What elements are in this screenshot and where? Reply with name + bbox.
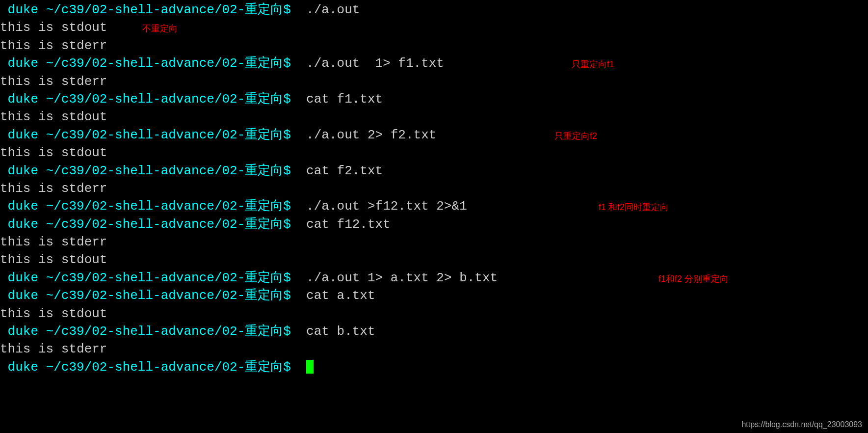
- output-text: this is stdout: [0, 252, 107, 267]
- output-line: this is stderr: [0, 37, 868, 54]
- prompt-path: ~/c39/02-shell-advance/02-重定向: [46, 271, 284, 285]
- watermark: https://blog.csdn.net/qq_23003093: [741, 419, 862, 430]
- command-text: ./a.out 1> f1.txt: [299, 56, 444, 71]
- command-line: duke ~/c39/02-shell-advance/02-重定向$ ./a.…: [0, 126, 868, 144]
- prompt-user: duke: [0, 360, 46, 375]
- prompt-dollar: $: [283, 92, 298, 107]
- prompt-path: ~/c39/02-shell-advance/02-重定向: [46, 2, 284, 17]
- command-text: ./a.out >f12.txt 2>&1: [299, 199, 467, 214]
- command-text: cat b.txt: [299, 324, 375, 339]
- output-line: this is stderr: [0, 340, 868, 358]
- annotation-label: f1 和f2同时重定向: [599, 201, 669, 214]
- annotation-label: 只重定向f1: [572, 58, 614, 71]
- prompt-path: ~/c39/02-shell-advance/02-重定向: [46, 163, 284, 178]
- prompt-user: duke: [0, 324, 46, 339]
- output-line: this is stderr: [0, 233, 868, 251]
- prompt-dollar: $: [283, 324, 298, 339]
- command-line: duke ~/c39/02-shell-advance/02-重定向$ cat …: [0, 90, 868, 108]
- prompt-dollar: $: [283, 2, 298, 17]
- prompt-path: ~/c39/02-shell-advance/02-重定向: [46, 128, 284, 142]
- output-text: this is stderr: [0, 235, 107, 249]
- prompt-user: duke: [0, 163, 46, 178]
- output-line: this is stderr: [0, 180, 868, 197]
- prompt-dollar: $: [283, 360, 298, 375]
- output-line: this is stdout: [0, 251, 868, 269]
- prompt-dollar: $: [283, 217, 298, 232]
- prompt-user: duke: [0, 128, 46, 142]
- command-text: ./a.out 2> f2.txt: [299, 128, 437, 142]
- prompt-path: ~/c39/02-shell-advance/02-重定向: [46, 288, 284, 303]
- command-line: duke ~/c39/02-shell-advance/02-重定向$ ./a.…: [0, 1, 868, 19]
- output-text: this is stdout: [0, 20, 107, 35]
- command-line: duke ~/c39/02-shell-advance/02-重定向$ ./a.…: [0, 197, 868, 215]
- prompt-user: duke: [0, 288, 46, 303]
- output-text: this is stdout: [0, 109, 107, 124]
- annotation-label: f1和f2 分别重定向: [658, 273, 729, 285]
- command-line: duke ~/c39/02-shell-advance/02-重定向$ ./a.…: [0, 269, 868, 287]
- command-line: duke ~/c39/02-shell-advance/02-重定向$: [0, 358, 868, 376]
- command-line: duke ~/c39/02-shell-advance/02-重定向$ ./a.…: [0, 54, 868, 72]
- output-line: this is stdout不重定向: [0, 19, 868, 36]
- command-line: duke ~/c39/02-shell-advance/02-重定向$ cat …: [0, 216, 868, 233]
- prompt-user: duke: [0, 92, 46, 107]
- prompt-path: ~/c39/02-shell-advance/02-重定向: [46, 324, 284, 339]
- prompt-user: duke: [0, 217, 46, 232]
- prompt-dollar: $: [283, 128, 298, 142]
- command-line: duke ~/c39/02-shell-advance/02-重定向$ cat …: [0, 287, 868, 304]
- output-text: this is stdout: [0, 306, 107, 321]
- output-text: this is stderr: [0, 181, 107, 196]
- output-text: this is stderr: [0, 38, 107, 53]
- prompt-dollar: $: [283, 288, 298, 303]
- prompt-path: ~/c39/02-shell-advance/02-重定向: [46, 360, 284, 375]
- command-text: ./a.out 1> a.txt 2> b.txt: [299, 271, 498, 285]
- prompt-dollar: $: [283, 199, 298, 214]
- command-line: duke ~/c39/02-shell-advance/02-重定向$ cat …: [0, 162, 868, 180]
- prompt-dollar: $: [283, 163, 298, 178]
- annotation-label: 不重定向: [142, 23, 178, 35]
- command-text: [299, 360, 307, 375]
- output-line: this is stdout: [0, 305, 868, 323]
- command-text: cat f12.txt: [299, 217, 391, 232]
- output-text: this is stdout: [0, 145, 107, 160]
- prompt-path: ~/c39/02-shell-advance/02-重定向: [46, 56, 284, 71]
- output-line: this is stdout: [0, 108, 868, 126]
- command-text: cat a.txt: [299, 288, 375, 303]
- command-text: ./a.out: [299, 2, 360, 17]
- prompt-dollar: $: [283, 56, 298, 71]
- prompt-user: duke: [0, 199, 46, 214]
- output-line: this is stderr: [0, 73, 868, 90]
- prompt-user: duke: [0, 56, 46, 71]
- prompt-user: duke: [0, 271, 46, 285]
- prompt-path: ~/c39/02-shell-advance/02-重定向: [46, 199, 284, 214]
- output-line: this is stdout: [0, 144, 868, 162]
- cursor: [306, 360, 314, 374]
- output-text: this is stderr: [0, 342, 107, 356]
- prompt-path: ~/c39/02-shell-advance/02-重定向: [46, 92, 284, 107]
- command-line: duke ~/c39/02-shell-advance/02-重定向$ cat …: [0, 323, 868, 340]
- output-text: this is stderr: [0, 74, 107, 89]
- prompt-path: ~/c39/02-shell-advance/02-重定向: [46, 217, 284, 232]
- command-text: cat f1.txt: [299, 92, 383, 107]
- terminal[interactable]: duke ~/c39/02-shell-advance/02-重定向$ ./a.…: [0, 1, 868, 376]
- command-text: cat f2.txt: [299, 163, 383, 178]
- prompt-dollar: $: [283, 271, 298, 285]
- prompt-user: duke: [0, 2, 46, 17]
- annotation-label: 只重定向f2: [554, 130, 597, 142]
